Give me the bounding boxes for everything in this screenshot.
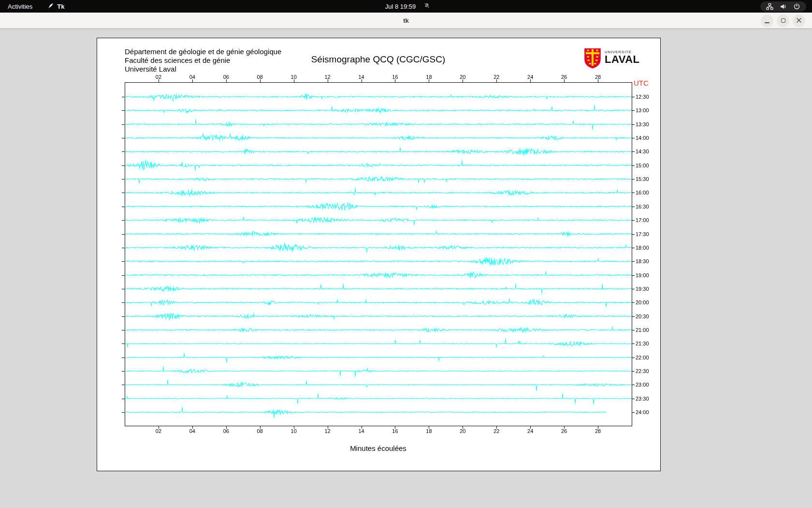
- focused-app-menu[interactable]: Tk: [45, 0, 67, 13]
- row-time-label: 19:00: [636, 272, 649, 278]
- x-tick-label: 12: [321, 428, 334, 434]
- close-button[interactable]: [793, 15, 805, 27]
- tk-feather-icon: [48, 2, 54, 10]
- x-tick-label: 08: [254, 428, 266, 434]
- x-tick-label: 20: [456, 74, 469, 80]
- minimize-button[interactable]: [761, 15, 773, 27]
- row-time-label: 21:30: [636, 341, 649, 346]
- row-time-label: 14:00: [636, 135, 649, 141]
- row-time-label: 16:00: [636, 190, 649, 195]
- maximize-button[interactable]: [777, 15, 789, 27]
- university-logo: UNIVERSITÉ LAVAL: [584, 48, 640, 71]
- power-icon: [793, 3, 800, 10]
- x-tick-label: 04: [186, 74, 199, 80]
- header-line-3: Université Laval: [125, 65, 281, 74]
- row-time-label: 20:30: [636, 314, 649, 319]
- volume-icon: [780, 3, 787, 10]
- x-tick-label: 18: [422, 428, 435, 434]
- x-tick-label: 20: [456, 428, 469, 434]
- row-time-label: 21:00: [636, 327, 649, 333]
- row-time-label: 24:00: [636, 409, 649, 415]
- x-tick-label: 24: [524, 74, 536, 80]
- x-axis-label: Minutes écoulées: [125, 444, 632, 452]
- clock-button[interactable]: Jul 8 19:59: [382, 0, 419, 13]
- row-time-label: 20:00: [636, 299, 649, 305]
- row-time-label: 22:30: [636, 368, 649, 374]
- seismograph-panel: Département de géologie et de génie géol…: [97, 38, 660, 471]
- row-time-label: 13:00: [636, 107, 649, 113]
- x-tick-label: 16: [389, 74, 401, 80]
- x-tick-label: 14: [355, 428, 368, 434]
- x-tick-label: 12: [321, 74, 334, 80]
- plot-title: Séismographe QCQ (CGC/GSC): [125, 54, 632, 65]
- x-tick-label: 06: [220, 428, 232, 434]
- system-status-area[interactable]: [760, 1, 806, 12]
- x-tick-label: 02: [152, 428, 165, 434]
- x-tick-label: 10: [288, 74, 300, 80]
- x-tick-label: 18: [422, 74, 435, 80]
- row-time-label: 18:30: [636, 258, 649, 264]
- row-time-label: 15:30: [636, 176, 649, 182]
- window-title: tk: [0, 13, 812, 29]
- desktop: Activities Tk Jul 8 19:59: [0, 0, 812, 508]
- laval-shield-icon: [584, 48, 601, 71]
- x-tick-label: 24: [524, 428, 536, 434]
- x-tick-label: 02: [152, 74, 165, 80]
- x-tick-label: 10: [288, 428, 300, 434]
- x-tick-label: 26: [558, 74, 570, 80]
- row-time-label: 14:30: [636, 149, 649, 154]
- x-tick-label: 22: [490, 428, 503, 434]
- minimize-icon: [765, 22, 769, 23]
- row-time-label: 17:00: [636, 217, 649, 223]
- x-tick-label: 16: [389, 428, 401, 434]
- maximize-icon: [781, 18, 785, 23]
- x-tick-label: 14: [355, 74, 368, 80]
- row-time-label: 19:30: [636, 286, 649, 292]
- x-tick-label: 04: [186, 428, 199, 434]
- x-tick-label: 26: [558, 428, 570, 434]
- logo-wordmark-large: LAVAL: [605, 54, 640, 64]
- activities-button[interactable]: Activities: [5, 0, 35, 13]
- row-time-label: 12:30: [636, 94, 649, 100]
- close-icon: [797, 17, 801, 24]
- row-time-label: 22:00: [636, 355, 649, 360]
- network-icon: [766, 3, 773, 10]
- window-titlebar[interactable]: tk: [0, 13, 812, 29]
- helicorder-trace-canvas: [97, 38, 660, 471]
- notifications-muted-icon: [423, 2, 430, 10]
- row-time-label: 15:00: [636, 163, 649, 168]
- row-time-label: 16:30: [636, 204, 649, 209]
- x-tick-label: 28: [592, 428, 604, 434]
- x-tick-label: 22: [490, 74, 503, 80]
- x-tick-label: 06: [220, 74, 232, 80]
- x-tick-label: 28: [592, 74, 604, 80]
- utc-label: UTC: [634, 79, 649, 87]
- x-tick-label: 08: [254, 74, 266, 80]
- row-time-label: 23:30: [636, 396, 649, 402]
- row-time-label: 18:00: [636, 245, 649, 251]
- gnome-top-bar: Activities Tk Jul 8 19:59: [0, 0, 812, 13]
- row-time-label: 13:30: [636, 121, 649, 127]
- row-time-label: 23:00: [636, 382, 649, 388]
- focused-app-label: Tk: [57, 3, 64, 10]
- row-time-label: 17:30: [636, 231, 649, 237]
